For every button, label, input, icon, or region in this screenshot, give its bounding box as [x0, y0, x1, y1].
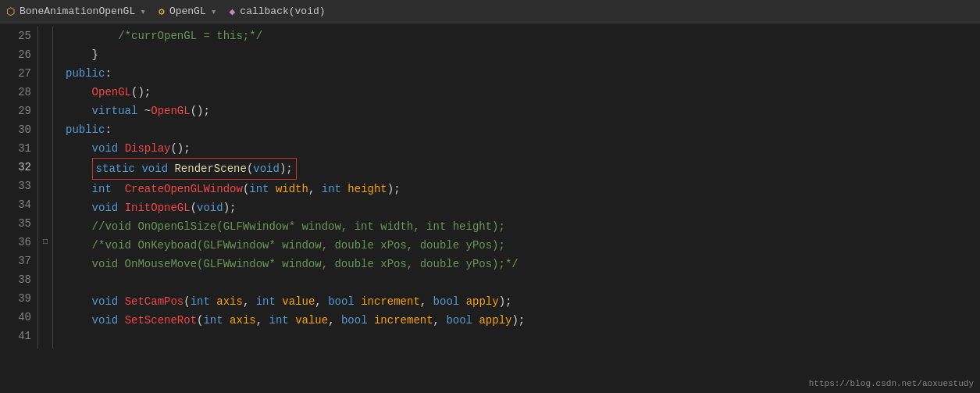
method-breadcrumb[interactable]: ◆ callback(void) [230, 5, 326, 18]
line-num-36: 36 [6, 233, 31, 252]
code-line-36: /*void OnKeyboad(GLFWwindow* window, dou… [66, 236, 980, 255]
method-name: callback(void) [240, 5, 325, 17]
code-line-28: OpenGL(); [66, 83, 980, 102]
line-num-29: 29 [6, 102, 31, 120]
code-line-26: } [66, 45, 980, 64]
code-line-31: void Display(); [66, 139, 980, 158]
code-line-33: int CreateOpenGLWindow(int width, int he… [66, 180, 980, 198]
gutter-39 [38, 289, 52, 308]
gutter-36: □ [38, 233, 52, 252]
gutter-41 [38, 327, 52, 345]
code-line-40: void SetSceneRot(int axis, int value, bo… [66, 311, 980, 330]
line-num-27: 27 [6, 64, 31, 83]
line-num-33: 33 [6, 177, 31, 195]
code-line-25: /*currOpenGL = this;*/ [66, 27, 980, 45]
class-icon: ⚙ [159, 5, 165, 18]
line-num-35: 35 [6, 214, 31, 233]
code-line-32: static void RenderScene(void); [66, 158, 980, 180]
line-num-26: 26 [6, 45, 31, 64]
gutter-27 [38, 64, 52, 83]
gutter-25 [38, 27, 52, 45]
highlight-box: static void RenderScene(void); [92, 158, 297, 180]
code-line-41 [66, 330, 980, 348]
line-num-40: 40 [6, 308, 31, 327]
code-line-27: public: [66, 64, 980, 83]
line-num-30: 30 [6, 120, 31, 139]
code-line-38 [66, 273, 980, 292]
code-line-30: public: [66, 120, 980, 139]
gutter-28 [38, 83, 52, 102]
code-content: /*currOpenGL = this;*/ } public: OpenGL(… [53, 27, 980, 348]
line-num-41: 41 [6, 327, 31, 345]
line-numbers: 25 26 27 28 29 30 31 32 33 34 35 36 37 3… [0, 27, 37, 348]
class-breadcrumb[interactable]: ⚙ OpenGL ▾ [159, 5, 216, 18]
class-name: OpenGL [169, 5, 206, 17]
gutter: □ [37, 27, 53, 348]
file-name: BoneAnimationOpenGL [20, 5, 135, 17]
line-num-34: 34 [6, 195, 31, 214]
gutter-29 [38, 102, 52, 120]
code-line-29: virtual ~OpenGL(); [66, 102, 980, 120]
gutter-40 [38, 308, 52, 327]
gutter-30 [38, 120, 52, 139]
gutter-35 [38, 214, 52, 233]
code-line-37: void OnMouseMove(GLFWwindow* window, dou… [66, 255, 980, 273]
dropdown-arrow2[interactable]: ▾ [211, 5, 217, 18]
dropdown-arrow1[interactable]: ▾ [140, 5, 146, 18]
line-num-31: 31 [6, 139, 31, 158]
line-num-38: 38 [6, 270, 31, 289]
line-num-25: 25 [6, 27, 31, 45]
code-line-35: //void OnOpenGlSize(GLFWwindow* window, … [66, 217, 980, 236]
line-num-28: 28 [6, 83, 31, 102]
gutter-31 [38, 139, 52, 158]
file-icon: ⬡ [6, 5, 15, 18]
gutter-37 [38, 252, 52, 270]
code-line-34: void InitOpneGL(void); [66, 198, 980, 217]
line-num-39: 39 [6, 289, 31, 308]
fold-icon[interactable]: □ [43, 233, 48, 252]
gutter-32 [38, 158, 52, 177]
line-num-32: 32 [6, 158, 31, 177]
title-bar: ⬡ BoneAnimationOpenGL ▾ ⚙ OpenGL ▾ ◆ cal… [0, 0, 980, 23]
file-breadcrumb[interactable]: ⬡ BoneAnimationOpenGL ▾ [6, 5, 146, 18]
code-line-39: void SetCamPos(int axis, int value, bool… [66, 292, 980, 311]
method-icon: ◆ [230, 5, 236, 18]
gutter-33 [38, 177, 52, 195]
editor: 25 26 27 28 29 30 31 32 33 34 35 36 37 3… [0, 23, 980, 352]
gutter-38 [38, 270, 52, 289]
gutter-26 [38, 45, 52, 64]
gutter-34 [38, 195, 52, 214]
line-num-37: 37 [6, 252, 31, 270]
